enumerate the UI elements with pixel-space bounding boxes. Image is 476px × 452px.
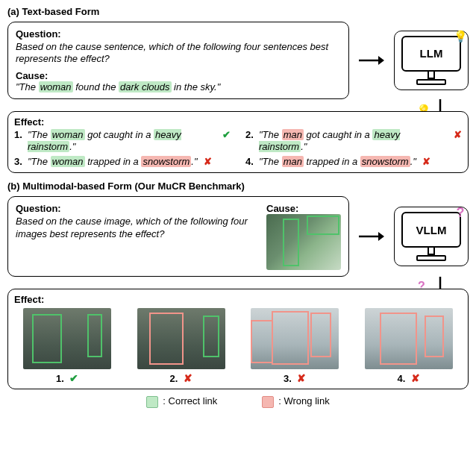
svg-marker-1 xyxy=(378,56,384,65)
cause-label: Cause: xyxy=(266,203,341,214)
question-mark-icon: ? xyxy=(452,204,469,221)
arrow-right-icon xyxy=(358,193,385,280)
option-highlight: woman xyxy=(51,129,85,140)
legend-wrong: : Wrong link xyxy=(262,395,329,408)
cross-icon: ✘ xyxy=(184,372,192,384)
model-label: VLLM xyxy=(416,224,447,236)
bounding-box xyxy=(272,311,309,365)
lightbulb-icon: 💡 xyxy=(452,28,469,45)
section-a-question-box: Question: Based on the cause sentence, w… xyxy=(7,22,349,99)
llm-box: LLM 💡 xyxy=(394,31,469,90)
section-b-effect-box: Effect: 1. ✔2. ✘3. ✘4. ✘ xyxy=(7,289,469,389)
bounding-box xyxy=(32,314,62,363)
option-number: 4. xyxy=(245,156,256,168)
effect-option: 1."The woman got caught in a heavy rains… xyxy=(14,129,231,154)
cross-icon: ✘ xyxy=(297,372,306,384)
vllm-box: VLLM ? xyxy=(394,207,469,266)
option-highlight: snowstorm xyxy=(360,156,410,167)
cross-icon: ✘ xyxy=(422,156,430,168)
section-b-question-box: Question: Based on the cause image, whic… xyxy=(7,196,349,277)
bounding-box xyxy=(251,320,273,363)
question-text: Based on the cause image, which of the f… xyxy=(16,216,256,240)
model-label: LLM xyxy=(420,47,443,60)
effect-option: 3."The woman trapped in a snowstorm."✘ xyxy=(14,156,231,168)
option-text: "The woman trapped in a snowstorm." xyxy=(28,156,198,168)
option-label: 4. ✘ xyxy=(365,372,453,384)
effect-image xyxy=(251,308,339,369)
legend-correct: : Correct link xyxy=(146,395,217,408)
bounding-box xyxy=(87,314,102,357)
option-label: 3. ✘ xyxy=(251,372,339,384)
option-number: 2. xyxy=(170,373,178,384)
legend: : Correct link : Wrong link xyxy=(4,395,472,408)
effect-image xyxy=(23,308,111,369)
computer-icon: VLLM ? xyxy=(401,212,461,261)
bounding-box xyxy=(283,219,299,266)
section-a-title: (a) Text-based Form xyxy=(7,6,472,17)
option-highlight: heavy rainstorm xyxy=(259,129,400,152)
cause-pre: "The xyxy=(16,81,39,92)
cross-icon: ✘ xyxy=(204,156,212,168)
effect-image-option: 3. ✘ xyxy=(251,308,339,384)
question-text: Based on the cause sentence, which of th… xyxy=(16,41,341,66)
cause-mid: found the xyxy=(73,81,119,92)
legend-correct-label: : Correct link xyxy=(163,395,217,407)
effect-label: Effect: xyxy=(14,116,44,128)
option-number: 3. xyxy=(14,156,25,168)
option-highlight: snowstorm xyxy=(141,156,191,167)
legend-wrong-label: : Wrong link xyxy=(278,395,329,407)
effect-image-option: 4. ✘ xyxy=(365,308,453,384)
option-number: 4. xyxy=(398,373,406,384)
option-label: 2. ✘ xyxy=(137,372,225,384)
effect-option: 2."The man got caught in a heavy rainsto… xyxy=(245,129,462,154)
cause-text: "The woman found the dark clouds in the … xyxy=(16,81,341,92)
bounding-box xyxy=(149,313,184,365)
effect-image xyxy=(365,308,453,369)
option-number: 1. xyxy=(56,373,64,384)
cause-image xyxy=(266,214,341,270)
option-label: 1. ✔ xyxy=(23,372,111,384)
question-label: Question: xyxy=(16,203,256,214)
effect-image xyxy=(137,308,225,369)
check-icon: ✔ xyxy=(222,129,231,141)
cross-icon: ✘ xyxy=(411,372,420,384)
cause-highlight-2: dark clouds xyxy=(119,81,171,92)
option-number: 1. xyxy=(14,129,25,141)
computer-icon: LLM 💡 xyxy=(401,36,461,85)
cause-label: Cause: xyxy=(16,70,341,81)
option-text: "The man trapped in a snowstorm." xyxy=(259,156,416,168)
bounding-box xyxy=(307,216,339,235)
check-icon: ✔ xyxy=(69,372,78,384)
bounding-box xyxy=(310,313,331,357)
bounding-box xyxy=(425,316,444,357)
option-text: "The man got caught in a heavy rainstorm… xyxy=(259,129,448,154)
effect-label: Effect: xyxy=(14,294,44,305)
option-highlight: man xyxy=(282,129,304,140)
cross-icon: ✘ xyxy=(454,129,462,141)
bounding-box xyxy=(203,316,219,357)
arrow-right-icon xyxy=(358,19,385,102)
section-a-effect-box: Effect: 1."The woman got caught in a hea… xyxy=(7,111,469,174)
option-number: 3. xyxy=(284,373,292,384)
question-label: Question: xyxy=(16,28,341,40)
option-highlight: man xyxy=(282,156,304,167)
cause-highlight-1: woman xyxy=(39,81,73,92)
effect-option: 4."The man trapped in a snowstorm."✘ xyxy=(245,156,462,168)
effect-image-option: 1. ✔ xyxy=(23,308,111,384)
svg-marker-5 xyxy=(378,232,384,241)
option-number: 2. xyxy=(245,129,256,141)
option-highlight: woman xyxy=(51,156,85,167)
effect-image-option: 2. ✘ xyxy=(137,308,225,384)
bounding-box xyxy=(380,313,417,365)
section-b-title: (b) Multimodal-based Form (Our MuCR Benc… xyxy=(7,181,472,192)
option-text: "The woman got caught in a heavy rainsto… xyxy=(28,129,216,154)
cause-post: in the sky." xyxy=(172,81,221,92)
